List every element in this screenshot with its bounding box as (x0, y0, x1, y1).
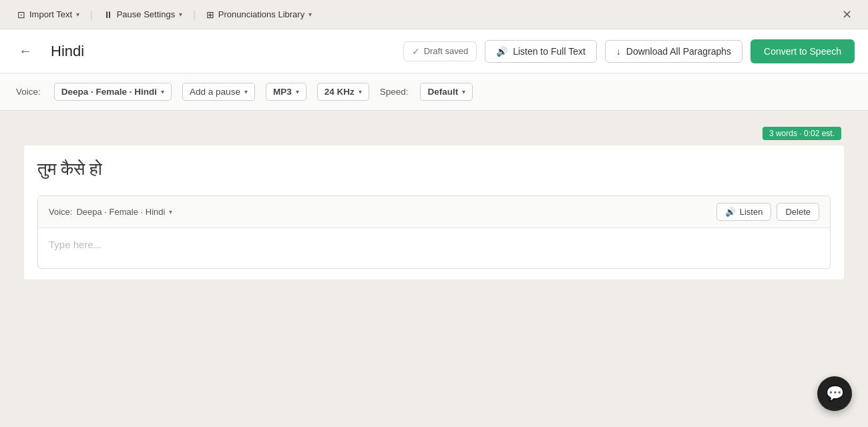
word-count-badge: 3 words · 0:02 est. (763, 127, 841, 140)
format-selector[interactable]: MP3 ▾ (266, 83, 306, 101)
chat-bubble-button[interactable]: 💬 (817, 376, 852, 411)
paragraph-placeholder: Type here... (49, 239, 101, 250)
paragraph-actions: 🔊 Listen Delete (716, 203, 819, 221)
paragraph-voice-arrow-icon[interactable]: ▾ (169, 208, 172, 216)
voice-arrow-icon: ▾ (161, 88, 164, 95)
chat-icon: 💬 (826, 385, 844, 402)
download-label: Download All Paragraphs (626, 46, 731, 57)
import-text-label: Import Text (29, 9, 72, 19)
quality-arrow-icon: ▾ (359, 88, 362, 95)
format-arrow-icon: ▾ (296, 88, 299, 95)
pronunciations-library-label: Pronunciations Library (218, 9, 304, 19)
voice-value-label: Deepa · Female · Hindi (61, 87, 157, 97)
paragraph-delete-label: Delete (785, 207, 811, 217)
paragraph-block: Voice: Deepa · Female · Hindi ▾ 🔊 Listen… (37, 195, 831, 269)
listen-label: Listen to Full Text (513, 46, 586, 57)
paragraph-body[interactable]: Type here... (38, 228, 830, 268)
paragraph-listen-label: Listen (740, 207, 763, 217)
pause-arrow-icon: ▾ (179, 11, 182, 18)
toolbar-row: Voice: Deepa · Female · Hindi ▾ Add a pa… (0, 73, 868, 111)
listen-icon: 🔊 (496, 46, 507, 57)
draft-saved-badge: ✓ Draft saved (403, 41, 477, 61)
word-count-area: 3 words · 0:02 est. (16, 124, 852, 145)
draft-check-icon: ✓ (412, 46, 420, 57)
main-content: 3 words · 0:02 est. तुम कैसे हो Voice: D… (0, 111, 868, 293)
convert-to-speech-button[interactable]: Convert to Speech (750, 39, 855, 63)
import-text-nav[interactable]: ⊡ Import Text ▾ (11, 5, 86, 24)
format-value-label: MP3 (273, 87, 292, 97)
title-input[interactable] (45, 40, 395, 63)
lib-arrow-icon: ▾ (308, 11, 312, 18)
pronunciations-library-nav[interactable]: ⊞ Pronunciations Library ▾ (200, 5, 318, 24)
speed-prefix-label: Speed: (380, 87, 409, 97)
voice-selector[interactable]: Deepa · Female · Hindi ▾ (54, 83, 172, 101)
nav-separator-2: | (192, 9, 197, 20)
pause-settings-nav[interactable]: ⏸ Pause Settings ▾ (97, 5, 189, 24)
paragraph-voice-prefix: Voice: (49, 207, 72, 217)
speed-selector[interactable]: Default ▾ (420, 83, 473, 101)
convert-label: Convert to Speech (764, 46, 841, 57)
paragraph-listen-icon: 🔊 (725, 207, 736, 217)
quality-selector[interactable]: 24 KHz ▾ (317, 83, 369, 101)
pause-label: Add a pause (190, 87, 240, 97)
nav-separator-1: | (89, 9, 94, 20)
paragraph-voice: Voice: Deepa · Female · Hindi ▾ (49, 207, 172, 217)
top-nav: ⊡ Import Text ▾ | ⏸ Pause Settings ▾ | ⊞… (0, 0, 868, 29)
quality-value-label: 24 KHz (324, 87, 355, 97)
paragraph-listen-button[interactable]: 🔊 Listen (716, 203, 772, 221)
pause-selector-arrow-icon: ▾ (244, 88, 248, 95)
back-button[interactable]: ← (13, 41, 37, 61)
close-button[interactable]: ✕ (837, 5, 857, 25)
pause-settings-icon: ⏸ (103, 9, 113, 20)
import-icon: ⊡ (17, 9, 25, 20)
paragraph-voice-value: Deepa · Female · Hindi (76, 207, 165, 217)
paragraph-delete-button[interactable]: Delete (777, 203, 819, 221)
pause-settings-label: Pause Settings (117, 9, 175, 19)
draft-saved-label: Draft saved (424, 46, 468, 56)
download-all-paragraphs-button[interactable]: ↓ Download All Paragraphs (605, 40, 742, 63)
speed-value-label: Default (427, 87, 458, 97)
content-area: तुम कैसे हो Voice: Deepa · Female · Hind… (24, 145, 844, 280)
import-arrow-icon: ▾ (76, 11, 79, 18)
lib-icon: ⊞ (206, 9, 214, 20)
speed-arrow-icon: ▾ (462, 88, 465, 95)
main-text: तुम कैसे हो (37, 156, 831, 182)
header-row: ← ✓ Draft saved 🔊 Listen to Full Text ↓ … (0, 29, 868, 73)
pause-selector[interactable]: Add a pause ▾ (182, 83, 255, 101)
download-icon: ↓ (616, 46, 621, 57)
listen-full-text-button[interactable]: 🔊 Listen to Full Text (485, 40, 597, 63)
voice-prefix-label: Voice: (16, 87, 41, 97)
paragraph-header: Voice: Deepa · Female · Hindi ▾ 🔊 Listen… (38, 196, 830, 228)
